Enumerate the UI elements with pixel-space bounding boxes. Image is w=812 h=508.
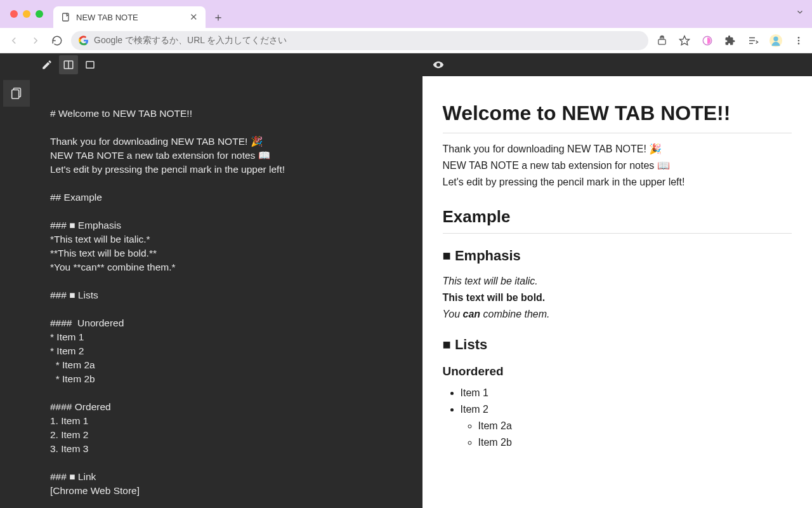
svg-rect-0 (63, 13, 69, 21)
preview-intro-line: Let's edit by pressing the pencil mark i… (443, 177, 685, 187)
close-tab-icon[interactable]: ✕ (190, 11, 198, 23)
list-item: Item 2 Item 2a Item 2b (461, 401, 792, 451)
menu-icon[interactable] (792, 34, 806, 48)
list-item: Item 1 (461, 385, 792, 401)
split-view-button[interactable] (59, 55, 78, 74)
single-view-button[interactable] (81, 55, 100, 74)
minimize-window-button[interactable] (23, 10, 30, 18)
app-sidebar (0, 53, 32, 508)
preview-intro-line: NEW TAB NOTE a new tab extension for not… (443, 160, 670, 171)
browser-tabstrip: NEW TAB NOTE ✕ ＋ (0, 0, 812, 28)
preview-italic-text: This text will be italic. (443, 276, 538, 286)
preview-bold-text: This text will be bold. (443, 292, 546, 303)
list-item: Item 2a (478, 418, 792, 434)
svg-point-9 (798, 37, 800, 39)
window-controls (5, 0, 43, 28)
profile-avatar-icon[interactable] (769, 34, 783, 48)
edit-mode-button[interactable] (37, 55, 56, 74)
google-icon (79, 36, 89, 46)
maximize-window-button[interactable] (36, 10, 43, 18)
preview-h4-unordered: Unordered (443, 364, 792, 378)
preview-h3-lists: ■ Lists (443, 337, 792, 353)
address-bar[interactable]: Google で検索するか、URL を入力してください (71, 31, 648, 50)
list-item: Item 2b (478, 434, 792, 451)
browser-toolbar: Google で検索するか、URL を入力してください (0, 28, 812, 53)
markdown-preview: Welcome to NEW TAB NOTE!! Thank you for … (422, 76, 813, 508)
svg-point-8 (773, 36, 778, 41)
preview-h3-emphasis: ■ Emphasis (443, 248, 792, 264)
extensions-icon[interactable] (723, 34, 737, 48)
preview-unordered-list: Item 1 Item 2 Item 2a Item 2b (443, 385, 792, 451)
close-window-button[interactable] (10, 10, 18, 18)
markdown-editor[interactable]: # Welcome to NEW TAB NOTE!! Thank you fo… (32, 76, 422, 508)
share-icon[interactable] (655, 34, 669, 48)
tabs-overflow-icon[interactable] (796, 8, 804, 19)
back-button[interactable] (6, 33, 22, 48)
forward-button[interactable] (28, 33, 43, 48)
preview-h1: Welcome to NEW TAB NOTE!! (443, 102, 792, 133)
preview-h2: Example (443, 207, 792, 234)
note-icon (61, 12, 71, 22)
files-icon[interactable] (3, 80, 30, 107)
app-toolbar (32, 53, 812, 76)
svg-marker-2 (680, 36, 690, 44)
preview-toggle-icon[interactable] (429, 55, 448, 74)
omnibox-placeholder: Google で検索するか、URL を入力してください (94, 35, 287, 46)
svg-point-10 (798, 39, 800, 41)
extension-newtabnote-icon[interactable] (700, 34, 714, 48)
preview-intro-line: Thank you for downloading NEW TAB NOTE! … (443, 144, 662, 154)
browser-tab[interactable]: NEW TAB NOTE ✕ (53, 6, 206, 28)
preview-combined-text: You can combine them. (443, 309, 550, 319)
tab-title: NEW TAB NOTE (76, 13, 138, 22)
svg-point-17 (437, 64, 439, 66)
media-control-icon[interactable] (746, 34, 760, 48)
new-tab-button[interactable]: ＋ (209, 8, 227, 26)
svg-rect-13 (11, 90, 18, 99)
svg-rect-16 (86, 62, 94, 69)
svg-rect-1 (658, 39, 665, 44)
reload-button[interactable] (49, 33, 65, 48)
svg-point-11 (798, 43, 800, 44)
bookmark-star-icon[interactable] (678, 34, 691, 48)
